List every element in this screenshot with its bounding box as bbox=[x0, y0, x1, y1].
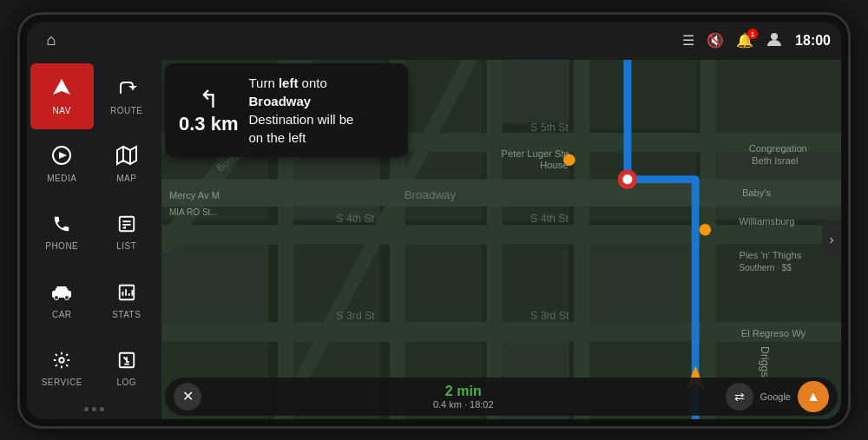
sidebar-dots bbox=[30, 404, 158, 415]
nav-label: NAV bbox=[53, 106, 71, 115]
sidebar-item-log[interactable]: LOG bbox=[95, 336, 159, 403]
svg-text:House: House bbox=[540, 160, 568, 170]
nav-icon bbox=[51, 77, 72, 103]
screen: ⌂ ☰ 🔇 🔔 1 18:00 bbox=[27, 22, 841, 419]
svg-text:Peter Luger Ste: Peter Luger Ste bbox=[502, 148, 569, 158]
svg-marker-2 bbox=[128, 86, 137, 89]
svg-text:Congregation: Congregation bbox=[749, 143, 807, 154]
phone-icon bbox=[52, 214, 71, 239]
sidebar-item-list[interactable]: LIST bbox=[95, 200, 159, 266]
svg-rect-26 bbox=[491, 60, 569, 123]
svg-point-19 bbox=[60, 358, 65, 363]
list-label: LIST bbox=[116, 241, 136, 251]
sidebar-item-nav[interactable]: NAV bbox=[30, 63, 94, 130]
nav-instruction: Turn left onto Broadway Destination will… bbox=[249, 74, 354, 147]
clock: 18:00 bbox=[795, 33, 831, 49]
nav-distance-value: 0.3 km bbox=[179, 114, 239, 135]
svg-text:El Regreso Wy: El Regreso Wy bbox=[741, 327, 806, 338]
menu-icon[interactable]: ☰ bbox=[682, 32, 694, 49]
list-icon bbox=[117, 214, 136, 239]
map-label: MAP bbox=[116, 174, 136, 183]
stats-icon bbox=[117, 283, 136, 307]
map-icon bbox=[116, 145, 137, 171]
route-icon bbox=[116, 77, 137, 103]
close-icon: ✕ bbox=[182, 388, 194, 404]
svg-text:S 4th St: S 4th St bbox=[336, 212, 374, 224]
svg-marker-4 bbox=[59, 152, 67, 159]
svg-point-71 bbox=[700, 224, 711, 235]
phone-label: PHONE bbox=[45, 241, 78, 251]
svg-text:Williamsburg: Williamsburg bbox=[740, 216, 795, 227]
home-button[interactable]: ⌂ bbox=[37, 27, 65, 55]
svg-marker-5 bbox=[117, 147, 136, 164]
bell-icon[interactable]: 🔔 1 bbox=[736, 32, 753, 49]
top-bar: ⌂ ☰ 🔇 🔔 1 18:00 bbox=[27, 22, 841, 60]
svg-text:Pies 'n' Thighs: Pies 'n' Thighs bbox=[740, 250, 802, 260]
sidebar-item-phone[interactable]: PHONE bbox=[30, 200, 94, 266]
sidebar-item-service[interactable]: SERVICE bbox=[30, 336, 94, 403]
compass-button[interactable]: ▲ bbox=[798, 381, 829, 412]
log-label: LOG bbox=[116, 378, 136, 387]
nav-instruction-text: Turn left onto Broadway Destination will… bbox=[249, 74, 354, 147]
top-bar-icons: ☰ 🔇 🔔 1 bbox=[682, 30, 783, 51]
media-label: MEDIA bbox=[47, 174, 76, 183]
main-content: NAV ROUTE bbox=[27, 60, 841, 419]
svg-point-13 bbox=[65, 295, 69, 299]
svg-text:S 4th St: S 4th St bbox=[530, 212, 569, 224]
bottom-bar: ✕ 2 min 0.4 km · 18:02 ⇄ Google ▲ bbox=[165, 378, 838, 416]
svg-text:Mercy Av M: Mercy Av M bbox=[169, 190, 220, 200]
route-info: 2 min 0.4 km · 18:02 bbox=[208, 384, 719, 410]
home-icon: ⌂ bbox=[47, 31, 56, 49]
turn-arrow-icon: ↰ bbox=[199, 85, 219, 114]
svg-text:MIA RO St...: MIA RO St... bbox=[169, 207, 218, 217]
stats-label: STATS bbox=[112, 310, 141, 319]
device-frame: ⌂ ☰ 🔇 🔔 1 18:00 bbox=[17, 12, 851, 429]
route-options-button[interactable]: ⇄ bbox=[726, 383, 753, 410]
svg-rect-57 bbox=[161, 179, 841, 206]
service-icon bbox=[52, 351, 71, 375]
right-toggle-button[interactable]: › bbox=[822, 220, 841, 259]
route-details: 0.4 km · 18:02 bbox=[433, 399, 494, 410]
svg-rect-54 bbox=[700, 60, 716, 419]
svg-rect-37 bbox=[394, 244, 482, 321]
svg-point-68 bbox=[622, 174, 632, 184]
svg-text:Beth Israel: Beth Israel bbox=[752, 154, 798, 165]
chevron-right-icon: › bbox=[830, 233, 834, 246]
sidebar: NAV ROUTE bbox=[27, 60, 161, 419]
mount-left bbox=[17, 194, 20, 246]
google-label: Google bbox=[760, 391, 791, 402]
svg-text:Broadway: Broadway bbox=[404, 188, 457, 201]
svg-text:Driggs: Driggs bbox=[759, 346, 771, 378]
route-label: ROUTE bbox=[110, 106, 143, 115]
svg-rect-28 bbox=[705, 60, 841, 133]
mount-right bbox=[848, 194, 851, 246]
svg-rect-39 bbox=[579, 244, 695, 321]
svg-rect-35 bbox=[161, 244, 268, 321]
svg-text:Baby's: Baby's bbox=[742, 187, 772, 197]
svg-text:S 5th St: S 5th St bbox=[530, 121, 569, 133]
mute-icon[interactable]: 🔇 bbox=[707, 32, 724, 49]
sidebar-item-media[interactable]: MEDIA bbox=[30, 131, 94, 198]
sidebar-item-map[interactable]: MAP bbox=[95, 131, 159, 198]
compass-icon: ▲ bbox=[806, 389, 820, 404]
map-area: S 5th St S 4th St S 3rd St S 5th St S 4t… bbox=[161, 60, 841, 419]
sidebar-item-route[interactable]: ROUTE bbox=[95, 63, 159, 130]
svg-text:S 3rd St: S 3rd St bbox=[530, 309, 569, 321]
sidebar-item-car[interactable]: CAR bbox=[30, 267, 94, 334]
nav-distance: ↰ 0.3 km bbox=[179, 74, 239, 147]
svg-text:Southern · $$: Southern · $$ bbox=[740, 262, 792, 272]
bell-badge: 1 bbox=[747, 29, 758, 39]
close-route-button[interactable]: ✕ bbox=[174, 383, 201, 410]
sidebar-item-stats[interactable]: STATS bbox=[95, 267, 159, 334]
route-options-icon: ⇄ bbox=[734, 390, 745, 404]
service-label: SERVICE bbox=[42, 378, 82, 387]
svg-rect-27 bbox=[579, 60, 695, 128]
svg-point-12 bbox=[55, 295, 59, 299]
car-icon bbox=[50, 283, 73, 307]
svg-text:S 3rd St: S 3rd St bbox=[336, 309, 375, 321]
svg-rect-53 bbox=[574, 60, 589, 419]
time-remaining: 2 min bbox=[445, 384, 482, 399]
user-icon[interactable] bbox=[766, 30, 783, 51]
media-icon bbox=[51, 145, 72, 171]
car-label: CAR bbox=[52, 310, 72, 319]
